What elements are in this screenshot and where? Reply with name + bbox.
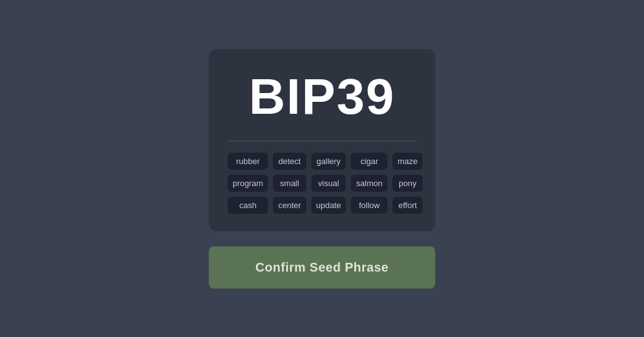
seed-word-4: cigar <box>351 153 387 170</box>
seed-word-8: visual <box>311 175 347 192</box>
seed-word-10: pony <box>392 175 423 192</box>
confirm-seed-button[interactable]: Confirm Seed Phrase <box>209 246 435 289</box>
seed-word-9: salmon <box>351 175 387 192</box>
card-divider <box>228 141 416 141</box>
seed-word-2: detect <box>273 153 306 170</box>
seed-word-12: center <box>273 197 306 214</box>
seed-word-grid: rubberdetectgallerycigarmazeprogramsmall… <box>228 153 416 214</box>
seed-word-14: follow <box>351 197 387 214</box>
seed-word-7: small <box>273 175 306 192</box>
seed-word-13: update <box>311 197 347 214</box>
seed-word-1: rubber <box>228 153 268 170</box>
seed-word-5: maze <box>392 153 423 170</box>
seed-word-11: cash <box>228 197 268 214</box>
seed-word-6: program <box>228 175 268 192</box>
bip39-title: BIP39 <box>228 62 416 141</box>
main-container: BIP39 rubberdetectgallerycigarmazeprogra… <box>209 49 435 289</box>
seed-word-3: gallery <box>311 153 347 170</box>
seed-word-15: effort <box>392 197 423 214</box>
bip39-card: BIP39 rubberdetectgallerycigarmazeprogra… <box>209 49 435 231</box>
